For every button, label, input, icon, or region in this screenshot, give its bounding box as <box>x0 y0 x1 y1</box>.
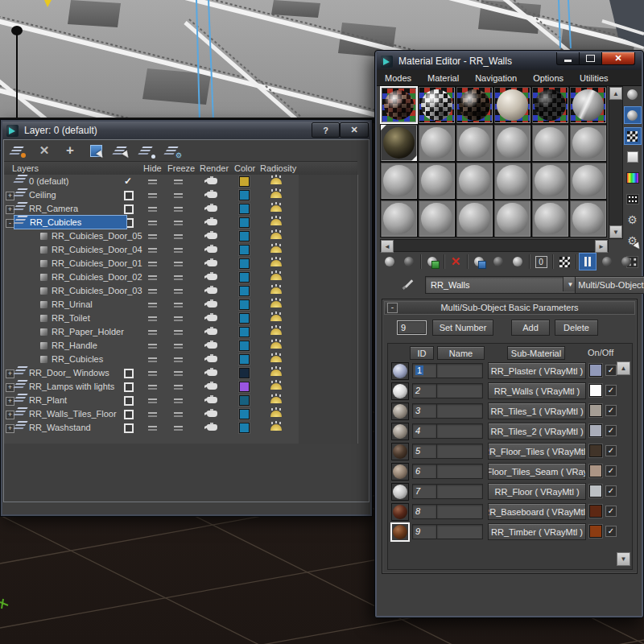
material-sample-slot[interactable] <box>493 162 531 200</box>
layer-row[interactable]: RR_Cubicles_Door_05 <box>4 229 357 243</box>
layer-color-swatch[interactable] <box>239 382 250 392</box>
expand-toggle-icon[interactable]: + <box>6 192 14 200</box>
material-thumbnail[interactable] <box>391 483 409 501</box>
set-number-button[interactable]: Set Number <box>432 320 493 336</box>
layer-checkbox[interactable] <box>124 369 134 378</box>
layer-color-swatch[interactable] <box>239 286 250 296</box>
layer-color-swatch[interactable] <box>239 368 250 378</box>
rollout-collapse-icon[interactable]: - <box>387 303 398 313</box>
on-off-checkbox[interactable]: ✓ <box>605 526 617 537</box>
render-toggle-icon[interactable] <box>207 369 217 376</box>
sub-material-button[interactable]: RR_Tiles_1 ( VRayMtl ) <box>488 402 586 419</box>
backlight-icon[interactable] <box>625 107 641 123</box>
pick-material-eyedropper-icon[interactable] <box>402 278 415 291</box>
hide-toggle-icon[interactable] <box>148 398 157 403</box>
on-off-checkbox[interactable]: ✓ <box>605 465 617 477</box>
layer-row[interactable]: +RR_Plant <box>4 394 357 407</box>
id-field[interactable]: 6 <box>412 464 437 479</box>
layer-checkbox[interactable] <box>124 423 134 433</box>
sub-material-color-swatch[interactable] <box>589 364 602 377</box>
material-sample-slot[interactable] <box>456 200 493 237</box>
on-off-checkbox[interactable]: ✓ <box>605 405 617 416</box>
render-toggle-icon[interactable] <box>207 192 217 198</box>
hide-toggle-icon[interactable] <box>148 262 157 266</box>
get-material-icon[interactable] <box>382 254 398 270</box>
freeze-toggle-icon[interactable] <box>174 248 183 253</box>
material-name-dropdown[interactable]: RR_Walls ▼ <box>425 276 578 294</box>
render-toggle-icon[interactable] <box>207 233 217 239</box>
expand-toggle-icon[interactable]: - <box>6 219 14 228</box>
material-sample-slot[interactable] <box>531 200 569 237</box>
layer-row[interactable]: +RR_Lamps with lights <box>4 380 357 394</box>
radiosity-icon[interactable] <box>270 424 282 431</box>
layer-color-swatch[interactable] <box>239 341 250 351</box>
table-scroll-up-icon[interactable]: ▲ <box>617 361 630 375</box>
material-sample-slot[interactable] <box>569 200 607 237</box>
material-sample-slot[interactable] <box>380 162 418 200</box>
put-material-to-scene-icon[interactable] <box>401 254 417 270</box>
radiosity-icon[interactable] <box>270 192 282 198</box>
column-header-layers[interactable]: Layers <box>12 163 39 173</box>
radiosity-icon[interactable] <box>270 233 282 239</box>
radiosity-icon[interactable] <box>270 274 282 280</box>
name-field[interactable] <box>436 504 483 519</box>
name-field[interactable] <box>436 524 483 539</box>
material-sample-slot[interactable] <box>531 124 569 162</box>
layer-checkbox[interactable] <box>124 204 134 214</box>
material-sample-slot[interactable] <box>418 162 456 200</box>
layer-row[interactable]: RR_Cubicles_Door_04 <box>4 243 357 257</box>
sub-material-button[interactable]: RR_Tiles_2 ( VRayMtl ) <box>488 423 586 440</box>
layer-row[interactable]: +RR_Washstand <box>4 421 357 435</box>
slots-vertical-scrollbar[interactable]: ▲ ▼ <box>609 86 623 239</box>
material-thumbnail[interactable] <box>391 443 409 460</box>
slots-horizontal-scrollbar[interactable]: ◄ ► <box>380 239 609 252</box>
expand-toggle-icon[interactable]: + <box>6 205 14 214</box>
column-header-render[interactable]: Render <box>200 163 229 173</box>
sub-material-color-swatch[interactable] <box>589 404 602 417</box>
expand-toggle-icon[interactable]: + <box>6 383 14 392</box>
hide-toggle-icon[interactable] <box>148 303 157 308</box>
layers-current-icon[interactable] <box>138 142 157 159</box>
material-sample-slot[interactable] <box>418 86 456 124</box>
put-to-library-icon[interactable] <box>510 254 526 270</box>
material-sample-slot[interactable] <box>418 124 456 162</box>
make-material-copy-icon[interactable] <box>471 254 487 270</box>
hide-toggle-icon[interactable] <box>148 385 157 390</box>
freeze-toggle-icon[interactable] <box>174 344 183 349</box>
radiosity-icon[interactable] <box>270 411 282 417</box>
material-thumbnail[interactable] <box>391 463 409 481</box>
hide-toggle-icon[interactable] <box>148 330 157 335</box>
on-off-checkbox[interactable]: ✓ <box>605 365 617 376</box>
layer-checkbox[interactable] <box>124 191 134 200</box>
material-sample-slot[interactable] <box>569 86 607 124</box>
layer-row[interactable]: +Ceiling <box>4 188 357 202</box>
assign-material-to-selection-icon[interactable] <box>424 254 440 270</box>
hide-toggle-icon[interactable] <box>148 344 157 349</box>
id-field[interactable]: 3 <box>412 403 437 419</box>
make-unique-icon[interactable] <box>490 254 506 270</box>
freeze-toggle-icon[interactable] <box>174 234 183 239</box>
hide-toggle-icon[interactable] <box>148 275 157 280</box>
radiosity-icon[interactable] <box>270 260 282 266</box>
table-header-sub-material[interactable]: Sub-Material <box>507 346 565 360</box>
sub-material-color-swatch[interactable] <box>589 525 602 538</box>
id-field[interactable]: 9 <box>412 524 437 539</box>
layer-color-swatch[interactable] <box>239 245 250 255</box>
name-field[interactable] <box>436 444 483 459</box>
layer-row[interactable]: +RR_Camera <box>4 202 357 216</box>
hide-toggle-icon[interactable] <box>148 248 157 253</box>
material-thumbnail[interactable] <box>391 402 409 420</box>
radiosity-icon[interactable] <box>270 315 282 321</box>
sub-material-button[interactable]: RR_Walls ( VRayMtl ) <box>488 382 586 399</box>
layer-row[interactable]: -RR_Cubicles <box>4 216 357 229</box>
column-header-hide[interactable]: Hide <box>143 163 162 173</box>
sub-material-color-swatch[interactable] <box>589 444 602 457</box>
material-sample-slot[interactable] <box>418 200 456 237</box>
column-header-color[interactable]: Color <box>234 163 255 173</box>
layer-color-swatch[interactable] <box>239 204 250 214</box>
material-sample-slot[interactable] <box>569 162 607 200</box>
name-field[interactable] <box>436 363 483 378</box>
freeze-toggle-icon[interactable] <box>174 193 183 198</box>
freeze-toggle-icon[interactable] <box>174 316 183 321</box>
sub-material-color-swatch[interactable] <box>589 424 602 437</box>
